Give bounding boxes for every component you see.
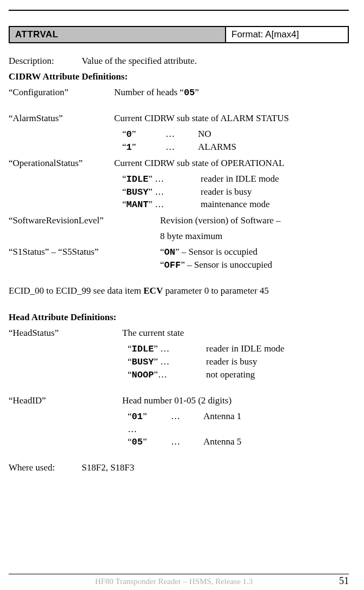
attr-configuration-name: “Configuration” xyxy=(9,87,114,100)
table-row: “BUSY” … reader is busy xyxy=(128,356,349,369)
config-desc-pre: Number of heads “ xyxy=(114,87,184,97)
value-text: ALARMS xyxy=(198,141,349,154)
ecid-post: parameter 0 to parameter 45 xyxy=(163,286,269,296)
value-dots: … xyxy=(171,410,203,423)
value-code: BUSY xyxy=(132,357,154,367)
config-desc-post: ” xyxy=(195,87,199,97)
value-text: Antenna 5 xyxy=(203,436,349,449)
attr-softwarerevision-line2: 8 byte maximum xyxy=(160,230,349,243)
attr-softwarerevision-line1: Revision (version) of Software – xyxy=(160,215,349,227)
attr-headstatus-name: “HeadStatus” xyxy=(9,327,122,340)
footer-page-number: 51 xyxy=(339,575,349,587)
value-dots: … xyxy=(166,141,198,154)
value-text: reader is busy xyxy=(201,186,349,199)
table-row: “IDLE” … reader in IDLE mode xyxy=(128,343,349,356)
value-text: Antenna 1 xyxy=(203,410,349,423)
value-dots: … xyxy=(155,199,164,209)
value-code: 01 xyxy=(132,412,143,422)
value-code: MANT xyxy=(127,200,149,210)
attr-sstatus-name: “S1Status” – “S5Status” xyxy=(9,246,160,259)
value-code: 0 xyxy=(127,129,132,140)
attr-operationalstatus-name: “OperationalStatus” xyxy=(9,157,114,170)
attr-softwarerevision-name: “SoftwareRevisionLevel” xyxy=(9,215,160,227)
value-text: – Sensor is unoccupied xyxy=(185,260,272,270)
description-text: Value of the specified attribute. xyxy=(82,55,349,68)
ecid-pre: ECID_00 to ECID_99 see data item xyxy=(9,286,143,296)
table-row: “MANT” … maintenance mode xyxy=(122,198,349,211)
where-used-text: S18F2, S18F3 xyxy=(82,462,349,474)
value-dots: … xyxy=(166,128,198,141)
value-dots: … xyxy=(160,343,169,354)
value-text: NO xyxy=(198,128,349,141)
value-code-plain: … xyxy=(128,423,171,436)
table-row: … xyxy=(128,423,349,436)
table-row: “BUSY” … reader is busy xyxy=(122,186,349,199)
ecid-note: ECID_00 to ECID_99 see data item ECV par… xyxy=(9,285,349,297)
cidrw-heading: CIDRW Attribute Definitions: xyxy=(9,71,349,83)
attr-alarmstatus-desc: Current CIDRW sub state of ALARM STATUS xyxy=(114,112,349,125)
attr-configuration-desc: Number of heads “05” xyxy=(114,87,349,100)
head-attributes-heading: Head Attribute Definitions: xyxy=(9,311,349,324)
value-code: 1 xyxy=(127,142,132,153)
attr-alarmstatus-name: “AlarmStatus” xyxy=(9,112,114,125)
attr-operationalstatus-desc: Current CIDRW sub state of OPERATIONAL xyxy=(114,157,349,170)
value-dots: … xyxy=(171,436,203,449)
alarmstatus-values: “0” … NO “1” … ALARMS xyxy=(122,128,349,154)
footer-rule xyxy=(9,574,349,574)
footer-center-text: HF80 Transponder Reader – HSMS, Release … xyxy=(9,577,339,586)
where-used-label: Where used: xyxy=(9,462,82,474)
value-text: not operating xyxy=(206,369,349,382)
value-code: OFF xyxy=(164,260,181,270)
top-horizontal-rule xyxy=(9,10,349,11)
header-format: Format: A[max4] xyxy=(226,27,348,42)
value-text: reader in IDLE mode xyxy=(201,173,349,186)
value-text: reader in IDLE mode xyxy=(206,343,349,356)
table-row: “05” … Antenna 5 xyxy=(128,436,349,449)
value-text: maintenance mode xyxy=(201,198,349,211)
value-code: NOOP xyxy=(132,370,154,380)
value-dots: … xyxy=(158,369,167,380)
value-text: – Sensor is occupied xyxy=(180,247,257,257)
attr-headstatus-desc: The current state xyxy=(122,327,349,340)
config-desc-code: 05 xyxy=(184,88,195,98)
header-box: ATTRVAL Format: A[max4] xyxy=(9,26,349,43)
attr-headid-desc: Head number 01-05 (2 digits) xyxy=(122,395,349,407)
attr-sstatus-row: “OFF” – Sensor is unoccupied xyxy=(160,259,349,272)
header-title: ATTRVAL xyxy=(10,27,226,42)
value-code: IDLE xyxy=(127,174,149,184)
table-row: “NOOP”… not operating xyxy=(128,369,349,382)
description-label: Description: xyxy=(9,55,82,68)
value-code: IDLE xyxy=(132,344,154,354)
table-row: “01” … Antenna 1 xyxy=(128,410,349,423)
operationalstatus-values: “IDLE” … reader in IDLE mode “BUSY” … re… xyxy=(122,173,349,212)
value-code: 05 xyxy=(132,437,143,447)
attr-sstatus-row: “ON” – Sensor is occupied xyxy=(160,246,349,259)
attr-headid-name: “HeadID” xyxy=(9,395,122,407)
value-code: ON xyxy=(164,247,175,257)
value-code: BUSY xyxy=(127,187,149,197)
table-row: “0” … NO xyxy=(122,128,349,141)
value-dots: … xyxy=(160,356,169,367)
table-row: “1” … ALARMS xyxy=(122,141,349,154)
headid-values: “01” … Antenna 1 … “05” … Antenna 5 xyxy=(128,410,349,449)
table-row: “IDLE” … reader in IDLE mode xyxy=(122,173,349,186)
headstatus-values: “IDLE” … reader in IDLE mode “BUSY” … re… xyxy=(128,343,349,382)
value-dots: … xyxy=(155,187,164,197)
value-dots: … xyxy=(155,174,164,184)
ecid-bold: ECV xyxy=(143,286,163,296)
value-text: reader is busy xyxy=(206,356,349,369)
page-footer: HF80 Transponder Reader – HSMS, Release … xyxy=(9,574,349,587)
